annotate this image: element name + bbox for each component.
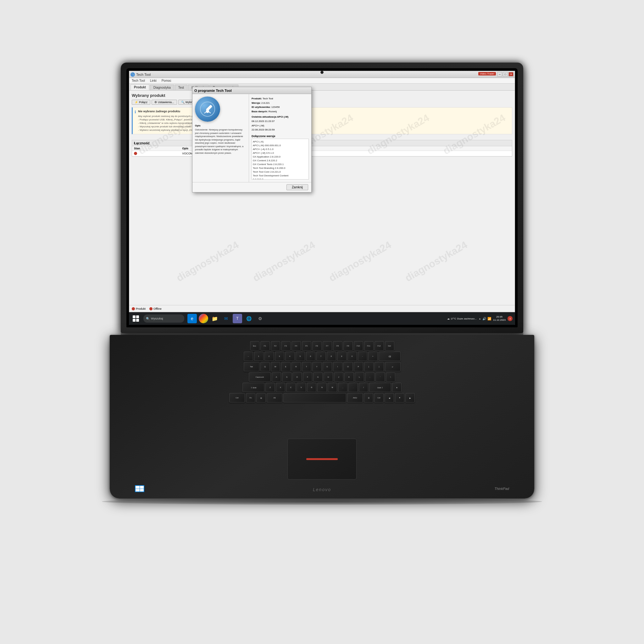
key-tilde[interactable]: ~	[244, 352, 253, 361]
folder-icon[interactable]: 📁	[210, 314, 219, 323]
key-lctrl[interactable]: Ctrl	[229, 393, 245, 403]
key-slash[interactable]: /	[359, 383, 368, 392]
key-capslock[interactable]: CapsLock	[249, 372, 271, 382]
key-menu[interactable]: ☰	[364, 393, 373, 403]
key-v[interactable]: V	[297, 383, 306, 392]
key-r[interactable]: R	[291, 362, 301, 371]
notification-badge[interactable]: 3	[508, 316, 513, 321]
key-y[interactable]: Y	[312, 362, 322, 371]
key-up[interactable]: ▲	[392, 383, 402, 392]
key-f5[interactable]: F5	[302, 341, 311, 351]
tab-produkt[interactable]: Produkt	[130, 84, 149, 90]
key-f6[interactable]: F6	[312, 341, 322, 351]
key-j[interactable]: J	[334, 372, 343, 382]
key-f11[interactable]: F11	[364, 341, 374, 351]
key-lbracket[interactable]: [	[364, 362, 374, 371]
mail-icon[interactable]: ✉	[221, 314, 231, 323]
settings-icon[interactable]: ⚙	[255, 314, 265, 323]
key-m[interactable]: M	[328, 383, 337, 392]
key-f9[interactable]: F9	[343, 341, 353, 351]
tab-test[interactable]: Test	[175, 85, 187, 90]
minimize-button[interactable]: ─	[497, 72, 502, 76]
trackpad[interactable]	[287, 439, 357, 480]
key-7[interactable]: 7	[316, 352, 326, 361]
key-k[interactable]: K	[344, 372, 354, 382]
key-u[interactable]: U	[323, 362, 332, 371]
key-f2[interactable]: F2	[271, 341, 280, 351]
key-p[interactable]: P	[354, 362, 363, 371]
key-backspace[interactable]: ⌫	[379, 352, 401, 361]
key-o[interactable]: O	[343, 362, 353, 371]
settings-button[interactable]: ⚙ Ustawienia...	[152, 100, 177, 105]
key-t[interactable]: T	[302, 362, 311, 371]
key-g[interactable]: G	[313, 372, 323, 382]
versions-list[interactable]: APCI (-A) APCI (-M) 000.009.001.0 APCI+ …	[252, 139, 309, 180]
key-4[interactable]: 4	[285, 352, 295, 361]
menu-tech-tool[interactable]: Tech Tool	[130, 79, 146, 82]
key-lalt[interactable]: Alt	[267, 393, 282, 403]
key-down[interactable]: ▼	[395, 393, 404, 403]
connect-button[interactable]: ⚡ Połącz	[132, 100, 150, 105]
video-trade-button[interactable]: Video-Trade!	[478, 72, 496, 75]
key-2[interactable]: 2	[264, 352, 274, 361]
key-d[interactable]: D	[292, 372, 302, 382]
edge-icon[interactable]: e	[187, 314, 197, 323]
teams-icon[interactable]: T	[233, 314, 242, 323]
dialog-close-button[interactable]: Zamknij	[286, 184, 308, 190]
key-enter[interactable]: ↵	[385, 362, 401, 371]
key-e[interactable]: E	[281, 362, 291, 371]
key-n[interactable]: N	[317, 383, 327, 392]
key-a[interactable]: A	[272, 372, 281, 382]
key-0[interactable]: 0	[347, 352, 357, 361]
maximize-button[interactable]: □	[503, 72, 508, 76]
key-rshift[interactable]: Shift ⇧	[369, 383, 391, 392]
key-esc[interactable]: Esc	[250, 341, 259, 351]
key-ralt[interactable]: AltGr	[347, 393, 363, 403]
key-1[interactable]: 1	[254, 352, 264, 361]
key-equals[interactable]: =	[368, 352, 378, 361]
key-backslash[interactable]: \	[386, 372, 395, 382]
key-f3[interactable]: F3	[281, 341, 291, 351]
key-z[interactable]: Z	[265, 383, 275, 392]
key-l[interactable]: L	[355, 372, 364, 382]
key-f[interactable]: F	[303, 372, 312, 382]
key-8[interactable]: 8	[327, 352, 336, 361]
key-comma[interactable]: ,	[338, 383, 347, 392]
key-s[interactable]: S	[282, 372, 291, 382]
key-right[interactable]: ▶	[405, 393, 415, 403]
key-3[interactable]: 3	[275, 352, 284, 361]
tab-diagnostyka[interactable]: Diagnostyka	[150, 85, 174, 90]
menu-pomoc[interactable]: Pomoc	[160, 79, 173, 82]
system-clock[interactable]: 20:35 11.12.2023	[493, 315, 506, 322]
menu-linki[interactable]: Linki	[149, 79, 158, 82]
key-minus[interactable]: -	[358, 352, 367, 361]
key-del[interactable]: Del	[385, 341, 394, 351]
search-bar[interactable]: 🔍 Wyszukaj	[143, 314, 184, 323]
key-quote[interactable]: '	[375, 372, 385, 382]
key-period[interactable]: .	[348, 383, 358, 392]
key-f12[interactable]: F12	[375, 341, 384, 351]
key-lwin[interactable]: ⊞	[256, 393, 266, 403]
key-left[interactable]: ◀	[385, 393, 394, 403]
key-6[interactable]: 6	[306, 352, 315, 361]
key-q[interactable]: Q	[260, 362, 270, 371]
key-f8[interactable]: F8	[333, 341, 342, 351]
key-f4[interactable]: F4	[291, 341, 301, 351]
close-button[interactable]: ✕	[508, 72, 514, 76]
key-i[interactable]: I	[333, 362, 342, 371]
key-f10[interactable]: F10	[354, 341, 363, 351]
key-c[interactable]: C	[286, 383, 296, 392]
network-tray-icon[interactable]: 📶	[487, 317, 491, 320]
chrome-icon[interactable]	[199, 314, 208, 323]
key-lshift[interactable]: ⇧ Shift	[242, 383, 264, 392]
volume-icon[interactable]: 🔊	[482, 317, 486, 320]
key-5[interactable]: 5	[296, 352, 305, 361]
key-space[interactable]	[283, 393, 346, 403]
key-x[interactable]: X	[276, 383, 285, 392]
key-f7[interactable]: F7	[323, 341, 332, 351]
key-f1[interactable]: F1	[260, 341, 270, 351]
key-rbracket[interactable]: ]	[375, 362, 384, 371]
up-arrow-icon[interactable]: ▲	[479, 317, 481, 320]
key-tab[interactable]: Tab	[244, 362, 259, 371]
key-rctrl[interactable]: Ctrl	[374, 393, 384, 403]
